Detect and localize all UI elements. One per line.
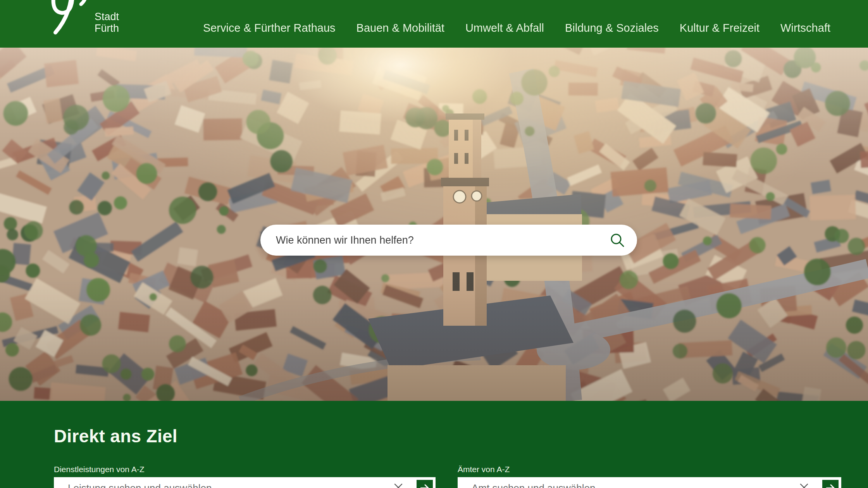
site-header: Stadt Fürth Service & Fürther Rathaus Ba… [0,0,868,48]
quicklink-columns: Dienstleistungen von A-Z Ämter von A-Z [54,465,841,488]
field-label-aemter: Ämter von A-Z [458,465,841,474]
clear-icon[interactable] [393,482,404,488]
search-input[interactable] [275,234,609,247]
nav-item-wirtschaft[interactable]: Wirtschaft [780,22,830,34]
clear-icon[interactable] [799,482,809,488]
combo-aemter[interactable] [458,477,841,488]
quicklinks-section: Direkt ans Ziel Dienstleistungen von A-Z… [0,401,868,488]
stadt-fuerth-logo-icon [43,0,93,38]
submit-aemter-button[interactable] [821,479,840,488]
section-title: Direkt ans Ziel [54,401,841,447]
field-label-dienstleistungen: Dienstleistungen von A-Z [54,465,436,474]
search-icon[interactable] [609,232,625,248]
quicklink-column-aemter: Ämter von A-Z [458,465,841,488]
nav-item-service-rathaus[interactable]: Service & Fürther Rathaus [203,22,336,34]
logo-text: Stadt Fürth [95,11,119,38]
logo-text-line2: Fürth [95,22,119,34]
arrow-right-icon [420,483,430,488]
combo-input-dienstleistungen[interactable] [67,482,393,488]
quicklink-column-dienstleistungen: Dienstleistungen von A-Z [54,465,436,488]
nav-item-bildung-soziales[interactable]: Bildung & Soziales [565,22,659,34]
combo-dienstleistungen[interactable] [54,477,436,488]
submit-dienstleistungen-button[interactable] [415,479,434,488]
nav-item-kultur-freizeit[interactable]: Kultur & Freizeit [680,22,760,34]
combo-input-aemter[interactable] [471,482,799,488]
logo-text-line1: Stadt [95,11,119,22]
hero-aerial-image [0,48,868,401]
nav-item-umwelt-abfall[interactable]: Umwelt & Abfall [465,22,544,34]
stadt-fuerth-logo[interactable]: Stadt Fürth [43,0,119,38]
main-nav: Service & Fürther Rathaus Bauen & Mobili… [203,0,830,48]
hero [0,48,868,401]
arrow-right-icon [825,483,835,488]
nav-item-bauen-mobilitaet[interactable]: Bauen & Mobilität [356,22,444,34]
site-search[interactable] [260,225,637,256]
